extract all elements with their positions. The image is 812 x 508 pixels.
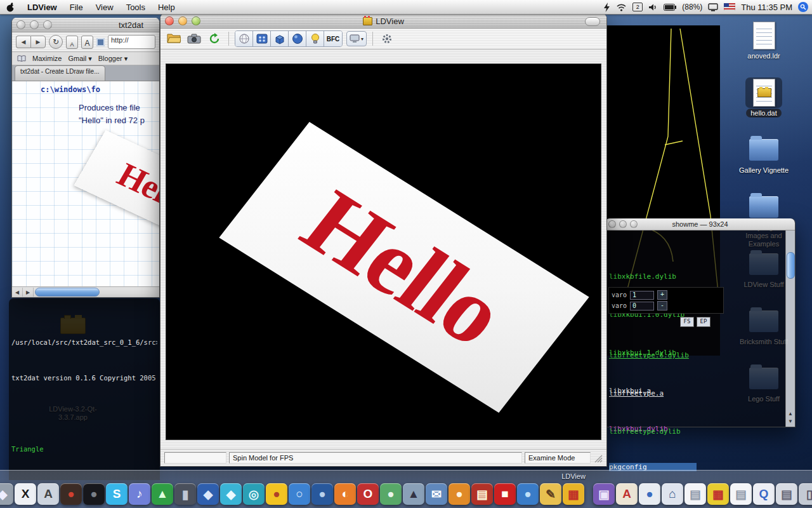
- forward-button[interactable]: ▶: [30, 36, 46, 48]
- reload-button[interactable]: ↻: [49, 35, 63, 49]
- dock-item[interactable]: ●: [639, 483, 660, 505]
- desktop-icon[interactable]: hello.dat: [732, 77, 796, 135]
- edges-button[interactable]: [271, 31, 289, 46]
- zoom-button[interactable]: [630, 220, 638, 228]
- dock-item[interactable]: ▮: [174, 483, 196, 505]
- back-button[interactable]: ◀: [16, 36, 30, 48]
- minimize-button[interactable]: [30, 20, 39, 29]
- volume-icon[interactable]: [648, 3, 658, 11]
- dock-item[interactable]: ▤: [471, 483, 493, 505]
- zoom-button[interactable]: [192, 17, 200, 25]
- input-flag-icon[interactable]: [724, 3, 735, 11]
- wifi-icon[interactable]: [616, 3, 627, 11]
- primitives-button[interactable]: [289, 31, 306, 46]
- dock-item[interactable]: ✎: [540, 483, 561, 505]
- menu-item[interactable]: Tools: [120, 0, 152, 14]
- scroll-up-button[interactable]: ▲: [786, 410, 795, 418]
- 3d-viewport[interactable]: Hello: [166, 64, 601, 440]
- browser-titlebar[interactable]: txt2dat: [12, 18, 159, 32]
- seams-button[interactable]: [253, 31, 271, 46]
- dock-item[interactable]: ●: [83, 483, 105, 505]
- increase-font-button[interactable]: A: [81, 36, 93, 49]
- dock-item[interactable]: ♪: [129, 483, 150, 505]
- app-menu-ldview[interactable]: LDView: [21, 0, 63, 14]
- dock-item[interactable]: ○: [289, 483, 310, 505]
- open-file-button[interactable]: [166, 31, 182, 46]
- dock-item[interactable]: ◎: [243, 483, 265, 505]
- close-button[interactable]: [16, 20, 25, 29]
- dock-item[interactable]: ●: [449, 483, 470, 505]
- minimize-button[interactable]: [619, 220, 627, 228]
- dock-item[interactable]: ■: [494, 483, 516, 505]
- dock-item[interactable]: Q: [753, 483, 775, 505]
- varo-step-button[interactable]: +: [657, 290, 667, 300]
- dock-item[interactable]: X: [15, 483, 36, 505]
- dock-item[interactable]: ▣: [593, 483, 615, 505]
- horizontal-scrollbar[interactable]: ◀ ▶: [12, 286, 159, 297]
- dock-item[interactable]: ●: [380, 483, 402, 505]
- bookmark-item[interactable]: Maximize: [32, 55, 62, 63]
- varo-value-field[interactable]: 1: [630, 291, 654, 300]
- desktop-icon[interactable]: Gallery Vignette: [732, 135, 796, 192]
- bookmark-item[interactable]: Gmail ▾: [68, 55, 91, 63]
- scroll-down-button[interactable]: ▼: [786, 418, 795, 425]
- dock-item[interactable]: ◆: [0, 483, 13, 505]
- dock-item[interactable]: ●: [266, 483, 287, 505]
- dock-item[interactable]: S: [106, 483, 128, 505]
- wireframe-button[interactable]: [235, 31, 253, 46]
- dock-item[interactable]: A: [37, 483, 59, 505]
- toolbar-toggle-button[interactable]: [585, 17, 600, 26]
- zoom-button[interactable]: [43, 20, 52, 29]
- scrollbar-thumb[interactable]: [787, 252, 795, 279]
- dock-item[interactable]: ▤: [730, 483, 752, 505]
- address-bar[interactable]: http://: [108, 35, 155, 49]
- menu-bar-clock[interactable]: Thu 11:35 PM: [741, 3, 792, 12]
- scroll-left-button[interactable]: ◀: [12, 288, 23, 297]
- menu-item[interactable]: File: [63, 0, 89, 14]
- snapshot-button[interactable]: [186, 31, 202, 46]
- display-icon[interactable]: [708, 3, 718, 11]
- lighting-button[interactable]: [306, 31, 324, 46]
- dock-item[interactable]: ●: [60, 483, 82, 505]
- dock-item[interactable]: ▤: [684, 483, 706, 505]
- battery-icon[interactable]: [664, 4, 676, 11]
- spotlight-icon[interactable]: [798, 2, 808, 12]
- dock-item[interactable]: ▦: [707, 483, 729, 505]
- dock-item[interactable]: ●: [311, 483, 333, 505]
- dock-item[interactable]: ◆: [197, 483, 219, 505]
- decrease-font-button[interactable]: A: [66, 36, 78, 49]
- dock-item[interactable]: ▲: [403, 483, 424, 505]
- dock-item[interactable]: ⌂: [662, 483, 683, 505]
- view-angle-button[interactable]: ▾: [346, 31, 367, 46]
- dock-item[interactable]: ◆: [220, 483, 242, 505]
- dock-item[interactable]: ●: [517, 483, 539, 505]
- scrollbar-arrows[interactable]: ▲ ▼: [786, 410, 795, 425]
- bfc-button[interactable]: BFC: [324, 31, 342, 46]
- menu-item[interactable]: Help: [152, 0, 181, 14]
- dock-item[interactable]: ✉: [426, 483, 447, 505]
- showme-titlebar[interactable]: showme — 93x24: [605, 218, 795, 231]
- scroll-right-button[interactable]: ▶: [23, 288, 34, 297]
- apple-menu[interactable]: [0, 0, 21, 14]
- menu-item[interactable]: View: [89, 0, 120, 14]
- reload-button[interactable]: [206, 31, 223, 46]
- dock-item[interactable]: ▯: [799, 483, 812, 505]
- dock-item[interactable]: O: [357, 483, 379, 505]
- preferences-button[interactable]: [379, 31, 395, 46]
- close-button[interactable]: [165, 17, 174, 25]
- dock-item[interactable]: ▤: [776, 483, 797, 505]
- vertical-scrollbar[interactable]: ▲ ▼: [785, 231, 795, 427]
- ldview-titlebar[interactable]: LDView: [160, 14, 606, 29]
- resize-grip[interactable]: [593, 453, 603, 463]
- dock-item[interactable]: A: [616, 483, 638, 505]
- toggle-button[interactable]: FS: [680, 317, 694, 327]
- status-icon-2[interactable]: 2: [632, 3, 643, 11]
- dock-item[interactable]: ▲: [152, 483, 173, 505]
- minimize-button[interactable]: [178, 17, 187, 25]
- close-button[interactable]: [608, 220, 616, 228]
- dock-item[interactable]: LDView ▦: [563, 483, 584, 505]
- varo-step-button[interactable]: -: [657, 301, 667, 311]
- toggle-button[interactable]: EP: [697, 317, 710, 327]
- bookmark-item[interactable]: Blogger ▾: [98, 55, 128, 63]
- scrollbar-thumb[interactable]: [35, 288, 100, 297]
